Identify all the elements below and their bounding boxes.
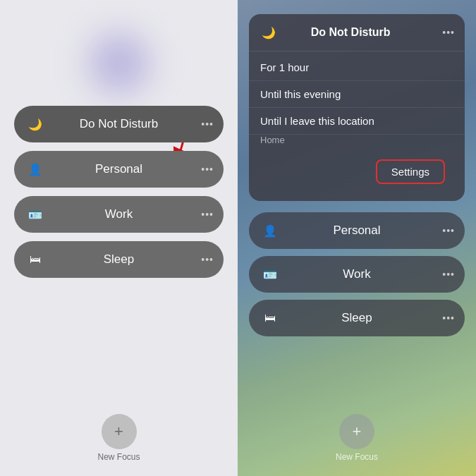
focus-item-personal[interactable]: 👤 Personal ••• [14,151,224,188]
more-dots[interactable]: ••• [442,269,455,280]
new-focus-plus-icon: + [102,414,137,449]
person-icon: 👤 [260,221,280,240]
focus-item-label: Do Not Disturb [45,117,193,131]
more-dots[interactable]: ••• [201,118,214,130]
moon-icon: 🌙 [259,23,279,42]
new-focus-button[interactable]: + New Focus [97,400,140,462]
left-focus-list: 🌙 Do Not Disturb ••• 👤 Personal ••• 🪪 Wo… [14,106,224,278]
option-until-evening[interactable]: Until this evening [249,81,465,108]
focus-item-label: Personal [280,224,434,238]
focus-item-sleep[interactable]: 🛏 Sleep ••• [14,241,224,278]
left-panel: 🌙 Do Not Disturb ••• 👤 Personal ••• 🪪 Wo… [0,0,238,476]
dropdown-card: 🌙 Do Not Disturb ••• For 1 hour Until th… [249,14,465,201]
option-until-location[interactable]: Until I leave this location [249,108,465,135]
person-icon: 👤 [25,159,45,179]
focus-item-label: Sleep [45,252,193,267]
right-focus-item-work[interactable]: 🪪 Work ••• [249,256,465,293]
more-dots[interactable]: ••• [442,225,455,236]
sleep-icon: 🛏 [25,250,45,269]
dropdown-title: Do Not Disturb [279,26,422,39]
right-new-focus-button[interactable]: + New Focus [336,403,378,462]
background-blob [77,21,161,106]
moon-icon: 🌙 [25,114,45,134]
right-focus-item-sleep[interactable]: 🛏 Sleep ••• [249,300,465,336]
focus-item-label: Sleep [280,311,434,325]
right-focus-list: 👤 Personal ••• 🪪 Work ••• 🛏 Sleep ••• [249,212,465,336]
dropdown-options: For 1 hour Until this evening Until I le… [249,51,465,151]
focus-item-label: Personal [45,162,193,176]
right-new-focus-label: New Focus [336,452,378,462]
more-dots[interactable]: ••• [201,209,214,220]
sleep-icon: 🛏 [260,308,280,328]
more-dots[interactable]: ••• [201,254,214,265]
option-for-1-hour[interactable]: For 1 hour [249,54,465,81]
right-panel: 🌙 Do Not Disturb ••• For 1 hour Until th… [238,0,476,476]
settings-button[interactable]: Settings [376,159,445,184]
right-focus-item-personal[interactable]: 👤 Personal ••• [249,212,465,249]
more-dots[interactable]: ••• [442,312,455,324]
focus-item-work[interactable]: 🪪 Work ••• [14,196,224,233]
right-new-focus-plus-icon: + [339,414,374,449]
dropdown-header: 🌙 Do Not Disturb ••• [249,14,465,51]
new-focus-label: New Focus [97,452,140,462]
more-dots[interactable]: ••• [201,164,214,175]
focus-item-label: Work [45,207,193,221]
location-sublabel: Home [249,135,465,148]
work-icon: 🪪 [25,205,45,224]
focus-item-label: Work [280,267,434,281]
work-icon: 🪪 [260,264,280,284]
focus-item-do-not-disturb[interactable]: 🌙 Do Not Disturb ••• [14,106,224,142]
more-dots[interactable]: ••• [442,27,455,38]
